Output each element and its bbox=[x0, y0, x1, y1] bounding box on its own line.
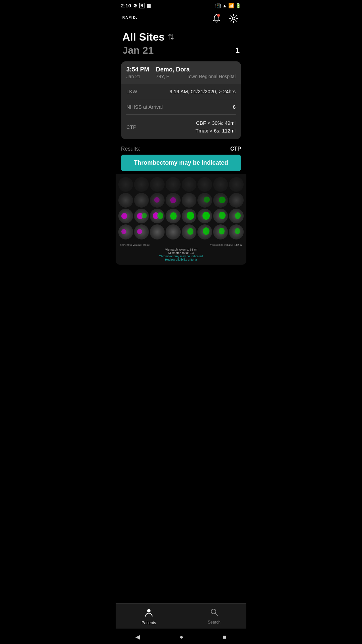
notification-button[interactable] bbox=[211, 12, 222, 25]
scan-cell bbox=[213, 209, 228, 223]
lkw-row: LKW 9:19 AM, 01/21/2020, > 24hrs bbox=[126, 84, 236, 99]
results-type: CTP bbox=[230, 146, 241, 152]
result-banner: Thrombectomy may be indicated bbox=[121, 155, 241, 171]
svg-point-1 bbox=[232, 17, 235, 20]
mismatch-volume: Mismatch volume: 63 ml bbox=[118, 248, 244, 251]
brain-scan-container: CBF<30% volume: 49 ml Tmax>6.0s volume: … bbox=[116, 174, 246, 265]
site-title: All Sites bbox=[122, 31, 165, 43]
ctp-tmax: Tmax > 6s: 112ml bbox=[195, 127, 236, 135]
signal-status-icon: 📶 bbox=[228, 3, 234, 8]
scan-stats: Mismatch volume: 63 ml Mismatch ratio: 2… bbox=[118, 248, 244, 255]
scan-cell bbox=[166, 177, 180, 192]
tmax-label: Tmax>6.0s volume: 112 ml bbox=[210, 244, 242, 247]
patient-hospital: Town Regional Hospital bbox=[187, 74, 236, 79]
site-selector[interactable]: All Sites ⇅ bbox=[122, 31, 240, 43]
scan-row-2 bbox=[118, 193, 244, 208]
scan-cell bbox=[150, 177, 165, 192]
scan-row-3 bbox=[118, 209, 244, 223]
scan-cell bbox=[197, 193, 212, 208]
patient-name: Demo, Dora bbox=[156, 66, 236, 73]
vibrate-status-icon: 📳 bbox=[215, 3, 221, 8]
page-title-section: All Sites ⇅ Jan 21 1 bbox=[116, 30, 246, 59]
patient-card-header: 3:54 PM Jan 21 Demo, Dora 79Y, F Town Re… bbox=[121, 61, 241, 84]
scan-cell bbox=[134, 177, 149, 192]
sort-icon: ⇅ bbox=[168, 33, 174, 42]
patient-time: 3:54 PM bbox=[126, 66, 149, 73]
nihss-value: 8 bbox=[233, 104, 236, 110]
result-banner-text: Thrombectomy may be indicated bbox=[134, 159, 228, 166]
scan-cell bbox=[229, 209, 244, 223]
status-time: 2:10 bbox=[121, 3, 131, 8]
sd-status-icon: ▦ bbox=[146, 3, 151, 8]
scan-cell bbox=[166, 209, 180, 223]
scan-cell bbox=[213, 193, 228, 208]
date-label: Jan 21 bbox=[122, 45, 154, 56]
scan-cell bbox=[229, 177, 244, 192]
svg-point-0 bbox=[217, 14, 220, 17]
results-section: Results: CTP Thrombectomy may be indicat… bbox=[121, 143, 241, 171]
results-header: Results: CTP bbox=[121, 143, 241, 155]
battery-status-icon: 🔋 bbox=[235, 3, 241, 8]
settings-button[interactable] bbox=[228, 12, 240, 25]
app-header: RAPID. bbox=[116, 10, 246, 30]
nihss-row: NIHSS at Arrival 8 bbox=[126, 99, 236, 115]
ctp-label: CTP bbox=[126, 124, 136, 130]
mismatch-ratio: Mismatch ratio: 2.3 bbox=[118, 251, 244, 255]
nihss-label: NIHSS at Arrival bbox=[126, 104, 163, 110]
r-status-icon: R bbox=[139, 3, 144, 8]
lkw-value: 9:19 AM, 01/21/2020, > 24hrs bbox=[170, 89, 236, 94]
app-logo: RAPID. bbox=[122, 14, 138, 24]
ctp-cbf: CBF < 30%: 49ml bbox=[195, 119, 236, 127]
scan-cell bbox=[197, 209, 212, 223]
status-bar: 2:10 ⚙ R ▦ 📳 ▲ 📶 🔋 bbox=[116, 0, 246, 10]
scan-cell bbox=[134, 224, 149, 239]
scan-cell bbox=[213, 177, 228, 192]
recommendation-text: Thrombectomy may be indicated bbox=[118, 255, 244, 258]
scan-cell bbox=[166, 193, 180, 208]
scan-cell bbox=[197, 224, 212, 239]
lkw-label: LKW bbox=[126, 89, 137, 94]
scan-cell bbox=[118, 209, 133, 223]
scan-row-4 bbox=[118, 224, 244, 239]
patient-demographics: 79Y, F Town Regional Hospital bbox=[156, 74, 236, 79]
scan-cell bbox=[134, 209, 149, 223]
scan-cell bbox=[182, 224, 196, 239]
scan-cell bbox=[118, 193, 133, 208]
settings-status-icon: ⚙ bbox=[133, 3, 137, 8]
patient-age-gender: 79Y, F bbox=[156, 74, 169, 79]
scan-cell bbox=[229, 224, 244, 239]
count-badge: 1 bbox=[236, 46, 240, 55]
scan-cell bbox=[118, 224, 133, 239]
scan-cell bbox=[134, 193, 149, 208]
scan-cell bbox=[182, 177, 196, 192]
wifi-status-icon: ▲ bbox=[222, 3, 227, 8]
scan-cell bbox=[197, 177, 212, 192]
scan-cell bbox=[213, 224, 228, 239]
scan-cell bbox=[150, 193, 165, 208]
scan-cell bbox=[182, 209, 196, 223]
scan-cell bbox=[166, 224, 180, 239]
ctp-value: CBF < 30%: 49ml Tmax > 6s: 112ml bbox=[195, 119, 236, 135]
scan-row-1 bbox=[118, 177, 244, 192]
scan-cell bbox=[150, 224, 165, 239]
scan-cell bbox=[118, 177, 133, 192]
scan-cell bbox=[150, 209, 165, 223]
review-text: Review eligibility criteria bbox=[118, 258, 244, 261]
medical-data: LKW 9:19 AM, 01/21/2020, > 24hrs NIHSS a… bbox=[121, 84, 241, 139]
scan-cell bbox=[229, 193, 244, 208]
scan-cell bbox=[182, 193, 196, 208]
cbf-label: CBF<30% volume: 49 ml bbox=[120, 244, 149, 247]
scan-recommendation: Thrombectomy may be indicated Review eli… bbox=[118, 255, 244, 261]
patient-date: Jan 21 bbox=[126, 74, 149, 79]
ctp-row: CTP CBF < 30%: 49ml Tmax > 6s: 112ml bbox=[126, 115, 236, 139]
patient-card[interactable]: 3:54 PM Jan 21 Demo, Dora 79Y, F Town Re… bbox=[121, 61, 241, 139]
results-label: Results: bbox=[121, 146, 140, 152]
scan-labels: CBF<30% volume: 49 ml Tmax>6.0s volume: … bbox=[118, 241, 244, 247]
